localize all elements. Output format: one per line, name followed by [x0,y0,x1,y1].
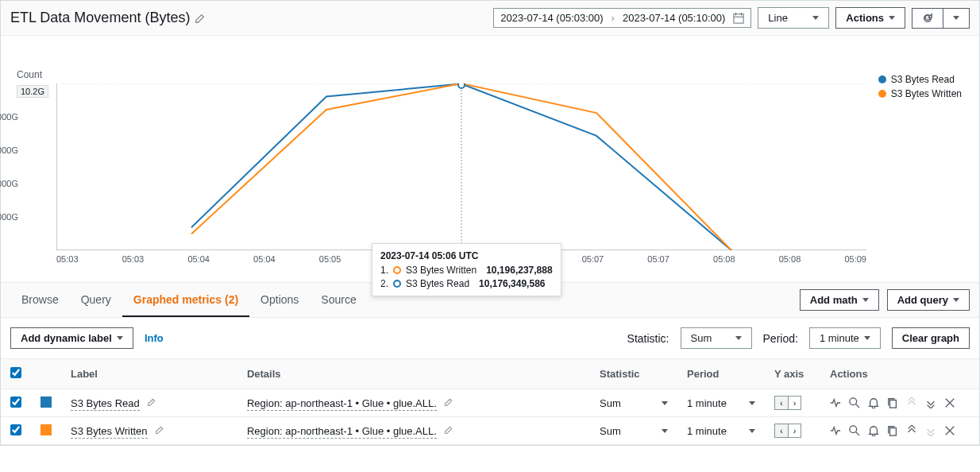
row-actions [830,397,970,408]
tab-source[interactable]: Source [310,284,367,317]
col-actions: Actions [820,359,979,389]
pencil-icon[interactable] [155,425,164,435]
row-checkbox[interactable] [10,424,21,435]
metrics-toolbar: Add dynamic label Info Statistic: Sum Pe… [1,318,979,358]
plot-surface[interactable] [56,83,866,250]
date-end: 2023-07-14 (05:10:00) [623,12,725,24]
col-yaxis: Y axis [765,359,820,389]
tab-graphed-metrics-[interactable]: Graphed metrics (2) [122,284,249,317]
actions-button[interactable]: Actions [835,7,905,29]
row-details[interactable]: Region: ap-northeast-1 • Glue • glue.ALL… [247,397,437,411]
select-all-checkbox[interactable] [10,367,21,378]
bell-icon[interactable] [868,425,879,436]
tabs-actions: Add math Add query [800,283,970,317]
tooltip-value: 10,176,349,586 [479,278,545,289]
pencil-icon[interactable] [444,397,453,407]
refresh-dropdown-button[interactable] [943,8,970,29]
page-title: ETL Data Movement (Bytes) [10,10,190,26]
pulse-icon[interactable] [830,397,841,408]
row-label[interactable]: S3 Bytes Read [71,397,140,411]
add-math-button[interactable]: Add math [800,289,879,311]
move-up-icon[interactable] [906,425,917,436]
y-axis-left[interactable]: ‹ [775,397,789,409]
refresh-group [912,8,970,29]
add-math-label: Add math [810,294,858,306]
row-actions [830,425,970,436]
legend-item[interactable]: S3 Bytes Read [878,74,962,85]
y-axis-toggle[interactable]: ‹› [774,396,801,410]
statistic-value: Sum [691,332,712,344]
row-period-select[interactable]: 1 minute [687,397,755,409]
metrics-table: Label Details Statistic Period Y axis Ac… [1,358,979,445]
y-axis-toggle[interactable]: ‹› [774,424,801,438]
ring-icon [393,266,401,274]
tooltip-value: 10,196,237,888 [486,265,552,276]
x-tick: 05:04 [187,254,210,264]
caret-down-icon [749,401,755,405]
x-tick: 05:09 [844,254,866,264]
chart-type-select[interactable]: Line [758,7,829,29]
hover-point-read [458,83,465,88]
y-axis-title: Count [17,69,42,80]
tab-options[interactable]: Options [249,284,310,317]
period-value: 1 minute [820,332,859,344]
y-tick: 2.000G [0,212,18,222]
copy-icon[interactable] [887,425,898,436]
date-range-picker[interactable]: 2023-07-14 (05:03:00) › 2023-07-14 (05:1… [493,8,751,28]
row-statistic-select[interactable]: Sum [600,425,668,437]
search-icon[interactable] [849,425,860,436]
x-tick: 05:05 [319,254,341,264]
y-axis-right[interactable]: › [789,397,801,409]
tooltip-index: 2. [380,278,388,289]
row-statistic-select[interactable]: Sum [600,397,668,409]
move-down-icon[interactable] [925,397,936,408]
row-period-value: 1 minute [687,425,727,437]
caret-down-icon [749,429,755,433]
series-color-icon[interactable] [41,424,52,435]
caret-down-icon [117,336,123,340]
x-tick: 05:07 [647,254,669,264]
close-icon[interactable] [944,397,955,408]
col-statistic: Statistic [590,359,677,389]
series-color-icon[interactable] [41,397,52,408]
add-dynamic-label-button[interactable]: Add dynamic label [10,327,133,349]
svg-rect-12 [890,428,897,436]
search-icon[interactable] [849,397,860,408]
pulse-icon[interactable] [830,425,841,436]
table-header-row: Label Details Statistic Period Y axis Ac… [1,359,979,389]
row-label[interactable]: S3 Bytes Written [71,425,148,439]
tab-query[interactable]: Query [70,284,122,317]
pencil-icon[interactable] [444,425,453,435]
y-max-badge: 10.2G [17,85,48,98]
pencil-icon[interactable] [195,13,206,24]
bell-icon[interactable] [868,397,879,408]
caret-down-icon [662,429,668,433]
move-up-icon [906,397,917,408]
row-details[interactable]: Region: ap-northeast-1 • Glue • glue.ALL… [247,425,437,439]
period-select[interactable]: 1 minute [809,327,881,349]
y-axis-left[interactable]: ‹ [775,424,789,437]
refresh-button[interactable] [912,8,943,29]
clear-graph-button[interactable]: Clear graph [892,327,970,349]
pencil-icon[interactable] [147,397,156,407]
caret-down-icon [953,16,959,20]
copy-icon[interactable] [887,397,898,408]
statistic-select[interactable]: Sum [681,327,752,349]
add-dynamic-label-text: Add dynamic label [21,332,112,344]
add-query-button[interactable]: Add query [887,289,970,311]
add-query-label: Add query [897,294,948,306]
svg-rect-9 [890,400,897,408]
svg-line-11 [856,432,859,435]
caret-down-icon [812,16,819,20]
legend-item[interactable]: S3 Bytes Written [878,88,962,99]
row-checkbox[interactable] [10,397,21,408]
y-axis-right[interactable]: › [789,424,801,437]
info-link[interactable]: Info [145,332,164,344]
close-icon[interactable] [944,425,955,436]
row-period-value: 1 minute [687,397,727,409]
x-tick: 05:03 [122,254,145,264]
legend-color-icon [878,90,886,98]
title-wrap: ETL Data Movement (Bytes) [10,10,487,26]
tab-browse[interactable]: Browse [10,284,70,317]
row-period-select[interactable]: 1 minute [687,425,755,437]
